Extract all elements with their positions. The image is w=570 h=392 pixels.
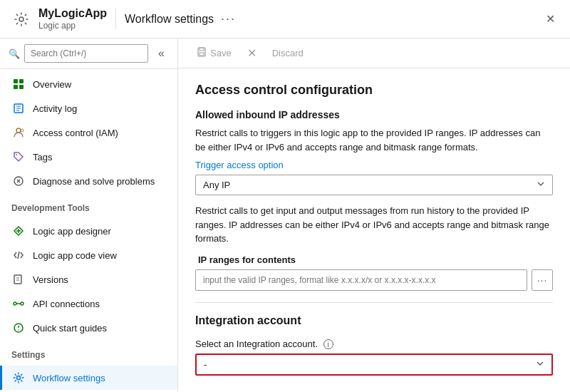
svg-point-23 <box>21 302 24 305</box>
quickstart-icon <box>11 321 26 335</box>
save-label: Save <box>210 48 232 58</box>
sidebar-item-activity-log[interactable]: Activity log <box>0 96 177 120</box>
toolbar: Save ✕ Discard <box>178 38 570 68</box>
save-icon <box>197 47 207 59</box>
workflow-settings-icon <box>11 371 26 385</box>
search-icon: 🔍 <box>9 48 20 59</box>
workflow-settings-label: Workflow settings <box>33 373 105 383</box>
overview-icon <box>11 77 26 91</box>
page-title: Workflow settings <box>125 13 214 26</box>
sidebar-item-workflow-settings[interactable]: Workflow settings <box>0 366 177 390</box>
integration-select-label: Select an Integration account. i <box>195 339 553 350</box>
content-area: Access control configuration Allowed inb… <box>178 68 570 392</box>
sidebar-item-quickstart[interactable]: Quick start guides <box>0 316 177 340</box>
access-control-label: Access control (IAM) <box>33 128 118 138</box>
versions-icon <box>11 272 26 287</box>
svg-rect-1 <box>14 79 18 83</box>
svg-rect-19 <box>14 275 21 284</box>
diagnose-label: Diagnose and solve problems <box>33 176 155 187</box>
svg-point-9 <box>16 128 21 133</box>
activity-log-label: Activity log <box>33 103 77 114</box>
trigger-link[interactable]: Trigger access option <box>195 160 284 170</box>
diagnose-icon <box>11 174 26 188</box>
info-icon[interactable]: i <box>323 339 333 349</box>
sidebar-item-versions[interactable]: Versions <box>0 267 177 292</box>
svg-point-27 <box>18 329 19 330</box>
trigger-dropdown-arrow <box>537 180 545 190</box>
discard-button[interactable]: Discard <box>268 45 308 61</box>
sidebar-item-overview[interactable]: Overview <box>0 72 177 96</box>
svg-rect-3 <box>14 85 18 89</box>
sidebar-item-api-connections[interactable]: API connections <box>0 292 177 316</box>
integration-title: Integration account <box>195 314 553 327</box>
designer-label: Logic app designer <box>33 226 111 237</box>
header: MyLogicApp Logic app Workflow settings ·… <box>0 0 570 38</box>
settings-label: Settings <box>0 343 177 363</box>
gear-icon <box>11 9 31 29</box>
dev-tools-nav: Logic app designer Logic app code view V… <box>0 216 177 343</box>
svg-rect-4 <box>19 85 24 89</box>
sidebar-item-diagnose[interactable]: Diagnose and solve problems <box>0 169 177 193</box>
overview-label: Overview <box>33 79 71 90</box>
section-divider <box>195 302 553 303</box>
app-subtitle: Logic app <box>38 21 107 31</box>
header-divider <box>115 9 116 30</box>
trigger-dropdown-value: Any IP <box>203 180 230 190</box>
trigger-label: Trigger access option <box>195 160 553 170</box>
inbound-description: Restrict calls to triggers in this logic… <box>195 126 553 154</box>
versions-label: Versions <box>33 274 68 285</box>
quickstart-label: Quick start guides <box>33 323 107 334</box>
code-view-label: Logic app code view <box>33 250 117 261</box>
main-content: Save ✕ Discard Access control configurat… <box>178 38 570 392</box>
save-button[interactable]: Save <box>192 44 236 62</box>
sidebar: 🔍 « Overview Activity log Acc <box>0 38 178 392</box>
close-button[interactable]: ✕ <box>542 11 559 28</box>
dev-tools-label: Development Tools <box>0 196 177 216</box>
search-box: 🔍 « <box>0 38 177 69</box>
ip-more-button[interactable]: ··· <box>532 269 553 291</box>
integration-dropdown[interactable]: - <box>195 354 553 376</box>
api-connections-icon <box>11 296 26 311</box>
ip-dots-icon: ··· <box>537 274 548 286</box>
designer-icon <box>11 224 26 238</box>
integration-dropdown-value: - <box>204 359 207 370</box>
svg-rect-2 <box>19 79 24 83</box>
collapse-button[interactable]: « <box>154 46 169 61</box>
sidebar-item-access-control[interactable]: Access control (IAM) <box>0 120 177 145</box>
code-view-icon <box>11 248 26 262</box>
toolbar-separator: ✕ <box>247 46 256 60</box>
section-title: Access control configuration <box>195 83 553 98</box>
app-name: MyLogicApp <box>38 7 107 20</box>
svg-line-18 <box>18 252 19 259</box>
tags-label: Tags <box>33 152 52 163</box>
tags-icon <box>11 150 26 164</box>
access-control-icon <box>11 125 26 140</box>
search-input[interactable] <box>24 44 148 63</box>
svg-point-0 <box>19 17 24 21</box>
more-options-button[interactable]: ··· <box>221 11 236 26</box>
main-nav: Overview Activity log Access control (IA… <box>0 69 177 196</box>
body: 🔍 « Overview Activity log Acc <box>0 38 570 392</box>
svg-point-28 <box>17 376 21 380</box>
svg-rect-31 <box>200 53 204 56</box>
svg-point-22 <box>14 302 16 305</box>
sidebar-item-code-view[interactable]: Logic app code view <box>0 243 177 267</box>
activity-log-icon <box>11 101 26 115</box>
discard-label: Discard <box>272 48 304 58</box>
inbound-title: Allowed inbound IP addresses <box>195 109 553 120</box>
api-connections-label: API connections <box>33 299 100 309</box>
ip-input-row: ··· <box>195 269 553 291</box>
integration-dropdown-arrow <box>536 359 544 370</box>
sidebar-item-tags[interactable]: Tags <box>0 145 177 169</box>
ip-ranges-label: IP ranges for contents <box>195 254 553 265</box>
app-name-section: MyLogicApp Logic app <box>38 7 107 31</box>
ip-ranges-input[interactable] <box>195 269 527 291</box>
sidebar-item-designer[interactable]: Logic app designer <box>0 219 177 243</box>
output-description: Restrict calls to get input and output m… <box>195 204 553 246</box>
trigger-dropdown[interactable]: Any IP <box>195 175 553 195</box>
svg-point-11 <box>16 154 17 155</box>
settings-nav: Workflow settings <box>0 363 177 392</box>
